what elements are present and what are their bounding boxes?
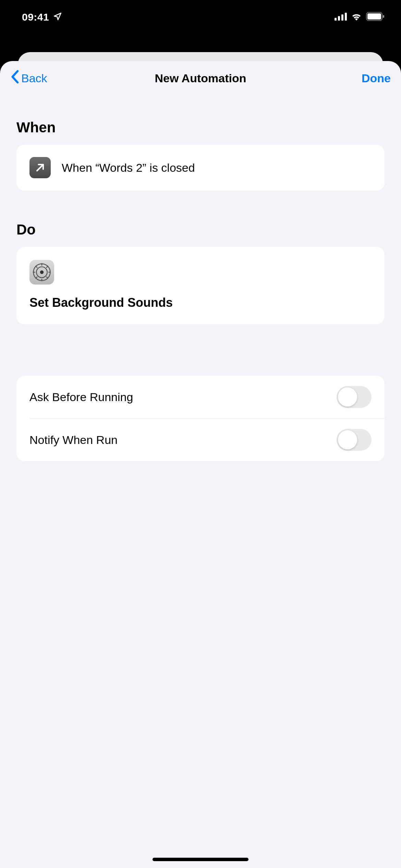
status-time: 09:41 [22, 11, 49, 23]
notify-when-run-label: Notify When Run [29, 433, 118, 447]
nav-bar: Back New Automation Done [0, 61, 401, 95]
content-area: When When “Words 2” is closed Do [0, 95, 401, 868]
svg-line-15 [36, 266, 37, 268]
notify-when-run-row: Notify When Run [29, 418, 385, 461]
ask-before-running-label: Ask Before Running [29, 390, 133, 404]
ask-before-running-toggle[interactable] [337, 386, 372, 408]
svg-rect-1 [338, 16, 340, 21]
done-button[interactable]: Done [362, 72, 391, 85]
when-condition-text: When “Words 2” is closed [62, 161, 195, 174]
svg-line-16 [46, 277, 48, 278]
options-card: Ask Before Running Notify When Run [16, 376, 385, 461]
status-bar-right [335, 12, 385, 22]
cellular-icon [335, 12, 347, 22]
svg-rect-5 [367, 13, 381, 20]
notify-when-run-toggle[interactable] [337, 429, 372, 451]
settings-app-icon [29, 260, 54, 285]
svg-point-10 [40, 270, 44, 274]
svg-rect-6 [383, 15, 384, 18]
page-title: New Automation [155, 72, 246, 85]
svg-rect-2 [341, 14, 343, 21]
do-action-text: Set Background Sounds [29, 296, 372, 310]
do-card[interactable]: Set Background Sounds [16, 247, 385, 324]
svg-rect-0 [335, 18, 337, 21]
chevron-back-icon [10, 70, 19, 86]
toggle-knob [338, 387, 357, 407]
ask-before-running-row: Ask Before Running [16, 376, 385, 418]
svg-line-7 [37, 165, 43, 171]
home-indicator[interactable] [153, 858, 248, 861]
status-bar-left: 09:41 [22, 11, 62, 23]
svg-line-17 [46, 266, 48, 268]
when-card[interactable]: When “Words 2” is closed [16, 145, 385, 191]
svg-line-18 [36, 277, 37, 278]
when-condition-row: When “Words 2” is closed [16, 145, 385, 191]
app-trigger-icon [29, 157, 51, 178]
wifi-icon [351, 12, 362, 22]
svg-rect-3 [345, 13, 347, 21]
back-button[interactable]: Back [10, 70, 47, 86]
back-label: Back [21, 72, 47, 85]
status-bar: 09:41 [0, 0, 401, 34]
toggle-knob [338, 430, 357, 449]
location-icon [53, 12, 62, 22]
modal-sheet: Back New Automation Done When When “Word… [0, 61, 401, 868]
battery-icon [366, 12, 385, 22]
do-section-header: Do [16, 221, 385, 238]
when-section-header: When [16, 119, 385, 136]
